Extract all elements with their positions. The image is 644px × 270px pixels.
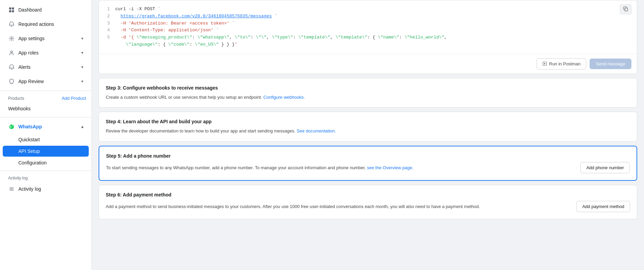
webhooks-label: Webhooks <box>8 106 31 111</box>
step3-card: Step 3: Configure webhooks to receive me… <box>99 78 637 108</box>
divider-1 <box>0 91 91 91</box>
alerts-chevron: ▾ <box>81 65 83 69</box>
sidebar-sub-configuration[interactable]: Configuration <box>3 157 89 168</box>
step5-title: Step 5: Add a phone number <box>106 153 630 159</box>
code-line-2: 2 https://graph.facebook.com/v20.0/34618… <box>104 13 631 20</box>
step4-card: Step 4: Learn about the API and build yo… <box>99 112 637 142</box>
main-content: 1 curl -i -X POST ` 2 https://graph.face… <box>92 0 644 270</box>
sidebar-item-activity-log[interactable]: Activity log <box>3 182 89 196</box>
add-phone-number-button[interactable]: Add phone number <box>580 162 630 173</box>
run-in-postman-button[interactable]: Run in Postman <box>537 58 587 69</box>
send-message-button[interactable]: Send message <box>590 59 631 69</box>
svg-rect-2 <box>9 10 11 12</box>
products-section: Products Add Product <box>0 93 91 102</box>
step5-card: Step 5: Add a phone number To start send… <box>99 146 637 181</box>
svg-rect-3 <box>12 10 14 12</box>
quickstart-label: Quickstart <box>18 137 40 142</box>
products-label: Products <box>8 96 24 101</box>
postman-btn-label: Run in Postman <box>549 61 581 66</box>
gear-icon <box>8 35 15 42</box>
sidebar: Dashboard Required actions App settings … <box>0 0 92 270</box>
activity-log-section-text: Activity log <box>8 176 28 180</box>
code-card: 1 curl -i -X POST ` 2 https://graph.face… <box>99 0 637 74</box>
add-payment-method-button[interactable]: Add payment method <box>576 201 630 212</box>
code-line-1: 1 curl -i -X POST ` <box>104 6 631 13</box>
step3-title: Step 3: Configure webhooks to receive me… <box>106 85 630 91</box>
overview-page-link[interactable]: see the Overview page. <box>367 165 413 170</box>
code-line-3: 3 -H 'Authorization: Bearer <access toke… <box>104 20 631 27</box>
person-icon <box>8 49 15 56</box>
sidebar-item-required-actions-label: Required actions <box>18 21 54 27</box>
step6-card: Step 6: Add payment method Add a payment… <box>99 185 637 219</box>
step4-title: Step 4: Learn about the API and build yo… <box>106 119 630 124</box>
sidebar-sub-api-setup[interactable]: API Setup <box>3 146 89 157</box>
whatsapp-icon <box>8 123 15 130</box>
svg-point-4 <box>11 38 13 39</box>
step5-inner: To start sending messages to any WhatsAp… <box>106 162 630 173</box>
sidebar-item-app-review[interactable]: App Review ▾ <box>3 75 89 88</box>
code-line-4: 4 -H 'Content-Type: application/json' ` <box>104 27 631 34</box>
sidebar-item-dashboard-label: Dashboard <box>18 7 42 13</box>
bell-icon <box>8 21 15 28</box>
code-block: 1 curl -i -X POST ` 2 https://graph.face… <box>99 0 637 54</box>
configuration-label: Configuration <box>18 160 47 165</box>
sidebar-item-whatsapp-label: WhatsApp <box>18 124 42 129</box>
code-line-5: 5 -d '{ \"messaging_product\": \"whatsap… <box>104 34 631 48</box>
code-footer: Run in Postman Send message <box>99 54 637 74</box>
sidebar-item-app-roles[interactable]: App roles ▾ <box>3 46 89 60</box>
copy-button[interactable] <box>620 4 631 14</box>
activity-log-section-label: Activity log <box>0 173 91 182</box>
dashboard-icon <box>8 6 15 13</box>
sidebar-item-app-settings[interactable]: App settings ▾ <box>3 32 89 45</box>
sidebar-item-required-actions[interactable]: Required actions <box>3 17 89 31</box>
sidebar-item-alerts-label: Alerts <box>18 64 31 70</box>
step4-desc: Review the developer documentation to le… <box>106 128 630 134</box>
svg-rect-10 <box>625 8 628 11</box>
add-product-link[interactable]: Add Product <box>62 96 86 101</box>
step6-text: Add a payment method to send business-in… <box>106 203 571 210</box>
sidebar-item-webhooks[interactable]: Webhooks <box>3 102 89 115</box>
app-review-chevron: ▾ <box>81 79 83 84</box>
whatsapp-chevron: ▴ <box>81 124 83 129</box>
alert-bell-icon <box>8 64 15 70</box>
step6-desc: Add a payment method to send business-in… <box>106 203 571 210</box>
divider-3 <box>0 171 91 171</box>
svg-rect-0 <box>9 7 11 10</box>
step3-desc: Create a custom webhook URL or use servi… <box>106 94 630 101</box>
sidebar-item-dashboard[interactable]: Dashboard <box>3 3 89 17</box>
configure-webhooks-link[interactable]: Configure webhooks. <box>263 95 305 100</box>
step6-title: Step 6: Add payment method <box>106 192 630 197</box>
code-wrapper: 1 curl -i -X POST ` 2 https://graph.face… <box>99 0 637 74</box>
app-settings-chevron: ▾ <box>81 36 83 41</box>
svg-point-5 <box>11 51 12 53</box>
svg-rect-1 <box>12 7 14 10</box>
app-roles-chevron: ▾ <box>81 50 83 55</box>
sidebar-item-whatsapp[interactable]: WhatsApp ▴ <box>3 120 89 133</box>
sidebar-sub-quickstart[interactable]: Quickstart <box>3 134 89 145</box>
step5-desc: To start sending messages to any WhatsAp… <box>106 164 575 171</box>
step5-text: To start sending messages to any WhatsAp… <box>106 164 575 171</box>
sidebar-item-app-roles-label: App roles <box>18 50 38 55</box>
send-btn-label: Send message <box>596 61 625 66</box>
divider-2 <box>0 117 91 117</box>
shield-icon <box>8 78 15 85</box>
sidebar-item-app-settings-label: App settings <box>18 36 45 41</box>
api-setup-label: API Setup <box>18 148 40 154</box>
activity-log-label: Activity log <box>18 186 41 192</box>
sidebar-item-app-review-label: App Review <box>18 79 44 84</box>
list-icon <box>8 186 15 192</box>
see-documentation-link[interactable]: See documentation. <box>297 128 336 133</box>
sidebar-item-alerts[interactable]: Alerts ▾ <box>3 60 89 74</box>
step6-inner: Add a payment method to send business-in… <box>106 201 630 212</box>
